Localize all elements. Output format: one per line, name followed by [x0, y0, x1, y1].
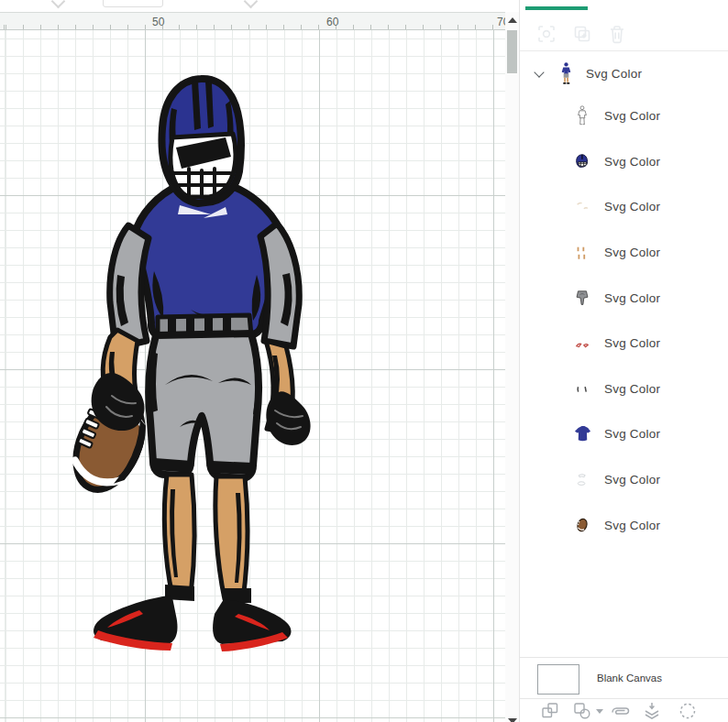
chevron-down-icon[interactable]: [596, 709, 603, 714]
blank-canvas-row[interactable]: Blank Canvas: [520, 657, 728, 699]
combine-icon[interactable]: [572, 701, 594, 722]
layer-row[interactable]: Svg Color: [520, 230, 728, 276]
skin-light-icon: [571, 199, 593, 215]
layers-list: Svg Color Svg ColorSvg ColorSvg ColorSvg…: [520, 53, 728, 548]
duplicate-icon[interactable]: [572, 24, 592, 44]
delete-icon[interactable]: [608, 24, 626, 44]
attach-icon[interactable]: [609, 701, 633, 722]
layer-row[interactable]: Svg Color: [520, 366, 728, 412]
layer-row[interactable]: Svg Color: [520, 411, 728, 457]
chevron-down-icon[interactable]: [535, 68, 546, 79]
scroll-up-icon[interactable]: [508, 17, 517, 23]
layer-label: Svg Color: [604, 336, 660, 350]
blank-canvas-label: Blank Canvas: [597, 673, 662, 684]
isolate-selection-icon[interactable]: [536, 24, 557, 44]
layers-panel: Svg Color Svg ColorSvg ColorSvg ColorSvg…: [519, 0, 728, 722]
layer-label: Svg Color: [604, 519, 660, 532]
dark-marks-icon: [571, 380, 593, 397]
layer-row[interactable]: Svg Color: [520, 321, 728, 366]
layer-label: Svg Color: [604, 109, 660, 123]
layer-row[interactable]: Svg Color: [520, 93, 728, 139]
layer-label: Svg Color: [604, 155, 660, 169]
layer-label: Svg Color: [604, 246, 660, 259]
jersey-icon: [571, 425, 593, 443]
football-player-artwork[interactable]: [0, 0, 519, 722]
red-accents-icon: [571, 335, 593, 352]
canvas-color-swatch[interactable]: [537, 664, 579, 695]
design-app-window: 506070: [0, 0, 728, 722]
scrollbar-thumb[interactable]: [507, 30, 517, 73]
layer-actions-toolbar: [520, 699, 728, 722]
player-full-icon: [555, 61, 577, 85]
layer-label: Svg Color: [604, 291, 660, 305]
layer-row[interactable]: Svg Color: [520, 275, 728, 321]
scroll-down-icon[interactable]: [508, 718, 517, 722]
layer-label: Svg Color: [604, 427, 660, 441]
design-canvas[interactable]: 506070: [0, 0, 519, 722]
slice-icon[interactable]: [540, 701, 560, 722]
layer-row[interactable]: Svg Color: [520, 502, 728, 548]
pants-icon: [571, 290, 593, 306]
contour-icon[interactable]: [678, 701, 698, 722]
flatten-icon[interactable]: [642, 701, 662, 722]
skin-marks-icon: [571, 245, 593, 261]
layer-label: Svg Color: [604, 382, 660, 396]
white-shapes-icon: [571, 472, 593, 488]
active-tab-indicator: [525, 6, 588, 10]
player-outline-icon: [571, 104, 593, 127]
layer-group-row[interactable]: Svg Color: [520, 53, 728, 93]
layer-label: Svg Color: [604, 200, 660, 213]
layer-row[interactable]: Svg Color: [520, 139, 728, 185]
layer-label: Svg Color: [586, 67, 642, 81]
layer-label: Svg Color: [604, 473, 660, 487]
helmet-icon: [571, 153, 593, 170]
layer-row[interactable]: Svg Color: [520, 457, 728, 503]
canvas-vertical-scrollbar[interactable]: [505, 12, 519, 722]
football-icon: [571, 517, 593, 533]
layer-row[interactable]: Svg Color: [520, 184, 728, 230]
layers-panel-toolbar: [520, 16, 728, 51]
